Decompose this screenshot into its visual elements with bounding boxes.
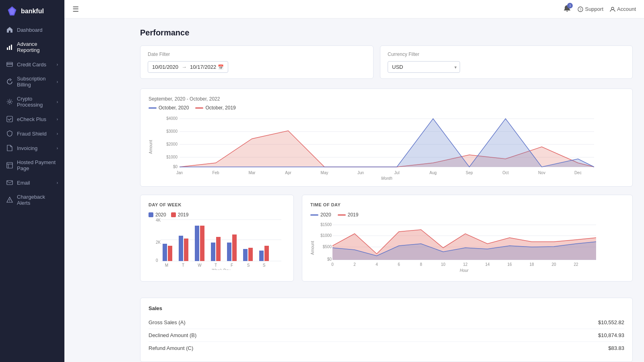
dow-chart-section: DAY OF WEEK 2020 2019 4K 2K 0: [140, 195, 294, 282]
svg-text:$3000: $3000: [166, 129, 178, 134]
svg-text:18: 18: [529, 262, 534, 267]
shield-icon: [6, 130, 13, 137]
gross-sales-value: $10,552.82: [598, 319, 624, 325]
currency-filter-card: Currency Filter USD EUR GBP: [380, 45, 633, 79]
svg-rect-8: [7, 116, 12, 122]
svg-rect-50: [184, 239, 188, 261]
logo-icon: [6, 6, 18, 17]
chevron-icon: ›: [57, 181, 58, 185]
sidebar-item-email[interactable]: Email ›: [0, 175, 64, 190]
tod-legend-label-2019: 2019: [348, 212, 359, 218]
svg-text:$1500: $1500: [320, 222, 332, 227]
dow-chart-svg: 4K 2K 0: [149, 218, 285, 270]
svg-text:22: 22: [574, 262, 578, 267]
svg-text:Week Day: Week Day: [212, 268, 231, 270]
sidebar-label-invoicing: Invoicing: [17, 145, 37, 151]
svg-text:T: T: [182, 263, 184, 267]
svg-rect-6: [7, 64, 12, 64]
chevron-icon: ›: [57, 62, 58, 67]
gear-icon: [6, 99, 13, 105]
svg-text:?: ?: [580, 8, 582, 12]
sidebar-item-chargeback-alerts[interactable]: Chargeback Alerts: [0, 190, 64, 210]
svg-rect-3: [9, 46, 10, 50]
dow-chart-title: DAY OF WEEK: [149, 202, 285, 207]
date-filter-label: Date Filter: [148, 51, 366, 57]
date-range-input[interactable]: 10/01/2020 → 10/17/2022 📅: [148, 61, 228, 73]
legend-line-2019: [195, 107, 203, 109]
dow-legend-sq-2019: [171, 212, 176, 217]
account-link[interactable]: Account: [610, 6, 636, 12]
header-actions: 1 ? Support Account: [563, 4, 636, 14]
chevron-icon: ›: [57, 100, 58, 104]
svg-text:W: W: [198, 263, 202, 267]
sidebar-label-subscription-billing: Subscription Billing: [17, 76, 53, 88]
support-link[interactable]: ? Support: [578, 6, 603, 12]
svg-text:Oct: Oct: [502, 171, 509, 175]
svg-text:2: 2: [353, 262, 356, 267]
sidebar-item-subscription-billing[interactable]: Subscription Billing ›: [0, 72, 64, 92]
svg-text:Dec: Dec: [574, 171, 582, 175]
sidebar-item-hosted-payment-page[interactable]: Hosted Payment Page: [0, 155, 64, 175]
legend-label-2019: October, 2019: [205, 105, 235, 111]
bar-chart-icon: [6, 44, 13, 50]
monthly-chart-section: September, 2020 - October, 2022 October,…: [140, 88, 633, 187]
svg-rect-52: [200, 226, 204, 261]
svg-text:Mar: Mar: [248, 171, 256, 175]
svg-rect-51: [195, 226, 199, 261]
date-to: 10/17/2022: [190, 64, 216, 70]
svg-text:Jun: Jun: [357, 171, 364, 175]
notification-button[interactable]: 1: [563, 4, 571, 14]
legend-item-2019: October, 2019: [195, 105, 235, 111]
sidebar-item-fraud-shield[interactable]: Fraud Shield ›: [0, 126, 64, 141]
tod-legend: 2020 2019: [310, 212, 624, 218]
credit-card-icon: [6, 61, 13, 68]
mail-icon: [6, 179, 13, 186]
page-title: Performance: [140, 28, 633, 37]
sidebar-item-crypto-processing[interactable]: Crypto Processing ›: [0, 92, 64, 112]
sidebar-item-echeck-plus[interactable]: eCheck Plus ›: [0, 112, 64, 126]
svg-text:Nov: Nov: [538, 171, 545, 175]
svg-rect-59: [259, 251, 264, 261]
check-square-icon: [6, 116, 13, 122]
tod-chart-title: TIME OF DAY: [310, 202, 624, 207]
sidebar-label-fraud-shield: Fraud Shield: [17, 131, 47, 137]
declined-amount-value: $10,874.93: [598, 332, 624, 338]
svg-text:14: 14: [485, 262, 490, 267]
user-icon: [610, 6, 615, 12]
svg-text:S: S: [263, 263, 266, 267]
sidebar-label-dashboard: Dashboard: [17, 27, 43, 33]
legend-line-2020: [149, 107, 157, 109]
dow-legend-2019: 2019: [171, 212, 189, 218]
sidebar-item-credit-cards[interactable]: Credit Cards ›: [0, 57, 64, 72]
chevron-icon: ›: [57, 132, 58, 136]
svg-rect-10: [7, 181, 12, 185]
svg-text:20: 20: [551, 262, 556, 267]
dow-legend-label-2019: 2019: [178, 212, 189, 218]
svg-text:0: 0: [156, 258, 158, 263]
svg-text:4: 4: [376, 262, 378, 267]
legend-item-2020: October, 2020: [149, 105, 189, 111]
currency-select-wrapper: USD EUR GBP: [388, 61, 460, 73]
notification-badge: 1: [567, 3, 573, 8]
account-label: Account: [617, 6, 636, 12]
dow-legend: 2020 2019: [149, 212, 285, 218]
svg-text:Feb: Feb: [212, 171, 219, 175]
support-icon: ?: [578, 6, 583, 12]
svg-text:T: T: [215, 263, 217, 267]
currency-filter-label: Currency Filter: [388, 51, 625, 57]
sidebar-item-dashboard[interactable]: Dashboard: [0, 23, 64, 37]
monthly-y-label: Amount: [149, 140, 153, 154]
svg-text:$0: $0: [327, 257, 332, 261]
sidebar-label-hosted-payment-page: Hosted Payment Page: [17, 159, 58, 171]
sidebar-item-advance-reporting[interactable]: Advance Reporting: [0, 37, 64, 57]
date-filter-card: Date Filter 10/01/2020 → 10/17/2022 📅: [140, 45, 374, 79]
tod-legend-2020: 2020: [310, 212, 331, 218]
currency-select[interactable]: USD EUR GBP: [388, 61, 460, 73]
tod-ylabel: Amount: [310, 222, 315, 274]
svg-rect-60: [264, 246, 269, 261]
hamburger-button[interactable]: ☰: [72, 5, 79, 14]
tod-chart-section: TIME OF DAY 2020 2019 Amount: [302, 195, 633, 282]
sidebar-item-invoicing[interactable]: Invoicing ›: [0, 141, 64, 155]
svg-text:$0: $0: [173, 165, 178, 169]
svg-text:2K: 2K: [156, 240, 161, 245]
